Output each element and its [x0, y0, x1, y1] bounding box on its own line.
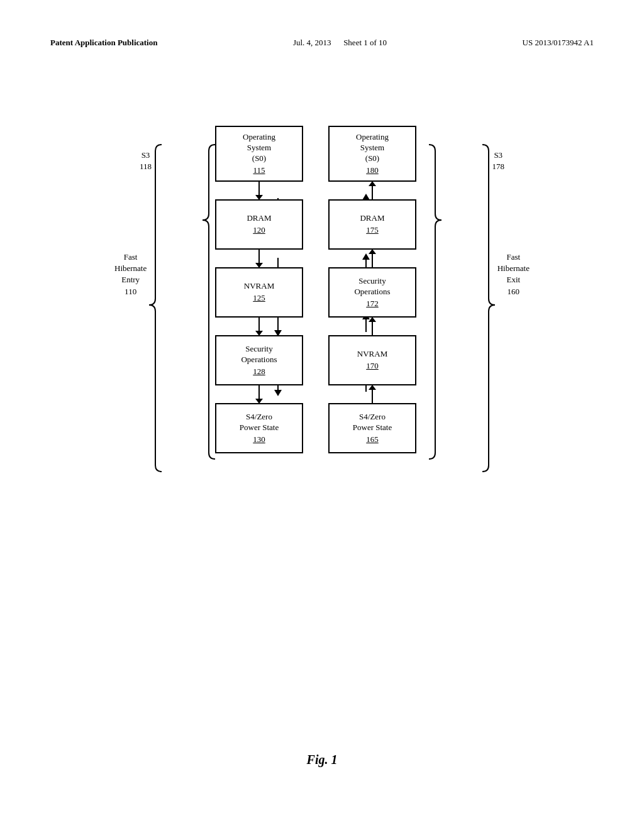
box-os-180: OperatingSystem(S0) 180: [328, 126, 416, 182]
box-dram-175: DRAM 175: [328, 199, 416, 250]
arrow-down-4: [258, 385, 260, 403]
page-header: Patent Application Publication Jul. 4, 2…: [50, 38, 594, 48]
header-date-sheet: Jul. 4, 2013 Sheet 1 of 10: [293, 38, 387, 48]
box-nvram-125: NVRAM 125: [215, 267, 303, 318]
diagram-area: S3 118 Fast Hibernate Entry 110 S3 178 F…: [102, 113, 542, 503]
page: Patent Application Publication Jul. 4, 2…: [0, 0, 644, 830]
fast-hibernate-exit-label: Fast Hibernate Exit 160: [497, 252, 530, 297]
box-security-172: SecurityOperations 172: [328, 267, 416, 318]
box-nvram-170: NVRAM 170: [328, 335, 416, 385]
header-patent-number: US 2013/0173942 A1: [523, 38, 594, 48]
header-publication-label: Patent Application Publication: [50, 38, 157, 48]
s3-left-label: S3 118: [140, 150, 152, 172]
fast-hibernate-entry-label: Fast Hibernate Entry 110: [114, 252, 147, 297]
box-s4-130: S4/ZeroPower State 130: [215, 403, 303, 453]
box-dram-120: DRAM 120: [215, 199, 303, 250]
arrow-up-2: [372, 250, 373, 267]
arrow-up-1: [372, 182, 373, 199]
header-date: Jul. 4, 2013: [293, 38, 331, 47]
arrow-up-4: [372, 385, 373, 403]
left-column: OperatingSystem(S0) 115 DRAM 120 NVRAM: [209, 126, 309, 453]
box-columns: OperatingSystem(S0) 115 DRAM 120 NVRAM: [209, 126, 435, 453]
box-security-128: SecurityOperations 128: [215, 335, 303, 385]
arrow-down-2: [258, 250, 260, 267]
arrow-down-1: [258, 182, 260, 199]
box-os-115: OperatingSystem(S0) 115: [215, 126, 303, 182]
header-sheet: Sheet 1 of 10: [343, 38, 387, 47]
s3-right-label: S3 178: [492, 150, 505, 172]
arrow-down-3: [258, 318, 260, 335]
right-column: OperatingSystem(S0) 180 DRAM 175 Securit…: [322, 126, 423, 453]
figure-caption: Fig. 1: [307, 753, 338, 767]
arrow-up-3: [372, 318, 373, 335]
box-s4-165: S4/ZeroPower State 165: [328, 403, 416, 453]
